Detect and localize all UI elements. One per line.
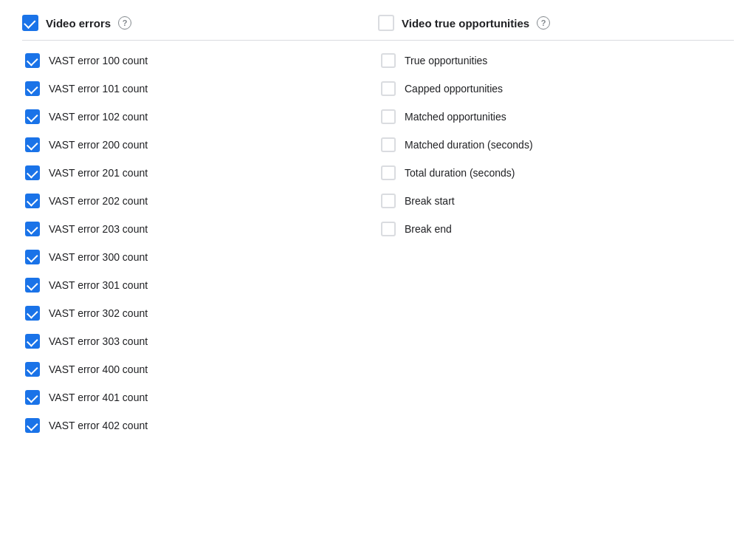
help-icon-video-errors[interactable]: ? [118,16,131,30]
column-video-true-opportunities: Video true opportunities?True opportunit… [378,15,734,440]
checkbox[interactable] [25,306,40,321]
checkbox-label: Capped opportunities [405,83,503,95]
header-label-video-true-opportunities: Video true opportunities [402,17,529,30]
checkbox[interactable] [25,250,40,264]
checkbox-label: Matched opportunities [405,111,506,123]
checkbox-list-video-true-opportunities: True opportunitiesCapped opportunitiesMa… [378,47,734,243]
header-checkbox-video-errors[interactable] [22,15,38,31]
checkbox[interactable] [25,222,40,236]
checkbox[interactable] [25,390,40,405]
checkbox-label: VAST error 201 count [49,167,148,179]
list-item[interactable]: VAST error 301 count [22,271,378,299]
list-item[interactable]: VAST error 201 count [22,159,378,187]
checkbox-label: VAST error 300 count [49,251,148,263]
checkbox-label: VAST error 100 count [49,55,148,66]
list-item[interactable]: Break end [378,215,734,243]
list-item[interactable]: VAST error 400 count [22,355,378,383]
header-label-video-errors: Video errors [46,17,111,30]
checkbox[interactable] [381,109,396,124]
checkbox-label: VAST error 400 count [49,363,148,375]
column-video-errors: Video errors?VAST error 100 countVAST er… [22,15,378,440]
checkbox[interactable] [381,137,396,152]
list-item[interactable]: VAST error 202 count [22,187,378,215]
list-item[interactable]: VAST error 302 count [22,299,378,327]
checkbox-label: Total duration (seconds) [405,167,515,179]
list-item[interactable]: VAST error 402 count [22,411,378,440]
help-icon-video-true-opportunities[interactable]: ? [537,16,550,30]
checkbox-label: VAST error 303 count [49,335,148,347]
checkbox-label: VAST error 200 count [49,139,148,151]
list-item[interactable]: VAST error 303 count [22,327,378,355]
list-item[interactable]: Capped opportunities [378,75,734,103]
checkbox-label: VAST error 101 count [49,83,148,95]
checkbox[interactable] [25,362,40,377]
list-item[interactable]: VAST error 401 count [22,383,378,411]
checkbox-label: VAST error 202 count [49,195,148,207]
header-checkbox-video-true-opportunities[interactable] [378,15,394,31]
column-header-video-errors: Video errors? [22,15,378,41]
list-item[interactable]: True opportunities [378,47,734,75]
list-item[interactable]: VAST error 101 count [22,75,378,103]
checkbox[interactable] [381,222,396,236]
checkbox-list-video-errors: VAST error 100 countVAST error 101 count… [22,47,378,440]
list-item[interactable]: VAST error 200 count [22,131,378,159]
main-container: Video errors?VAST error 100 countVAST er… [0,0,756,454]
checkbox[interactable] [381,81,396,96]
checkbox-label: VAST error 203 count [49,223,148,235]
checkbox-label: Matched duration (seconds) [405,139,533,151]
checkbox[interactable] [25,165,40,180]
checkbox[interactable] [381,165,396,180]
list-item[interactable]: Matched opportunities [378,103,734,131]
checkbox[interactable] [25,418,40,433]
checkbox-label: VAST error 102 count [49,111,148,123]
checkbox-label: VAST error 401 count [49,391,148,403]
checkbox-label: True opportunities [405,55,487,66]
checkbox[interactable] [25,334,40,349]
checkbox[interactable] [381,53,396,68]
column-header-video-true-opportunities: Video true opportunities? [378,15,734,41]
checkbox[interactable] [25,137,40,152]
list-item[interactable]: Break start [378,187,734,215]
checkbox[interactable] [25,278,40,293]
checkbox[interactable] [381,194,396,208]
list-item[interactable]: VAST error 300 count [22,243,378,271]
list-item[interactable]: VAST error 100 count [22,47,378,75]
checkbox[interactable] [25,81,40,96]
checkbox-label: VAST error 302 count [49,307,148,319]
list-item[interactable]: VAST error 203 count [22,215,378,243]
list-item[interactable]: Total duration (seconds) [378,159,734,187]
checkbox[interactable] [25,194,40,208]
list-item[interactable]: VAST error 102 count [22,103,378,131]
list-item[interactable]: Matched duration (seconds) [378,131,734,159]
checkbox[interactable] [25,109,40,124]
checkbox-label: Break end [405,223,452,235]
checkbox-label: VAST error 402 count [49,420,148,431]
checkbox[interactable] [25,53,40,68]
checkbox-label: Break start [405,195,455,207]
checkbox-label: VAST error 301 count [49,279,148,291]
